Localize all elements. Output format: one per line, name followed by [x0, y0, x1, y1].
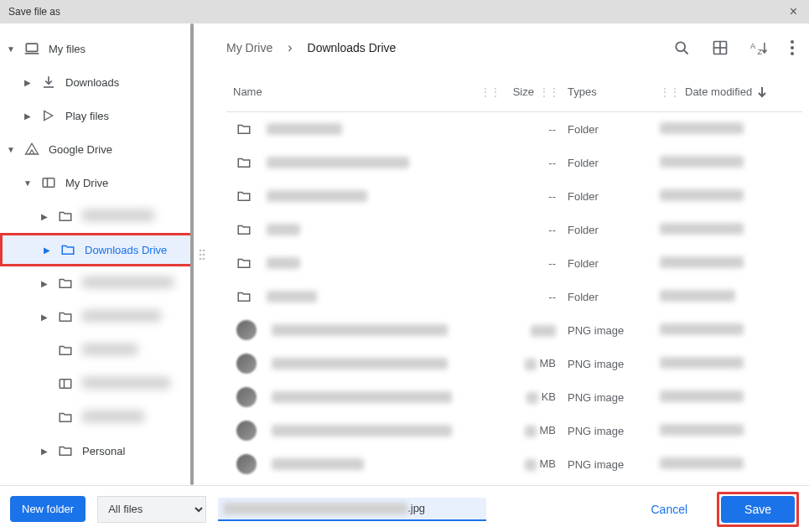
expander-icon[interactable]: ▼ [23, 178, 32, 188]
sort-az-icon[interactable]: AZ [750, 39, 769, 56]
image-thumb-icon [236, 421, 257, 441]
sidebar-scrollbar[interactable] [190, 23, 194, 485]
file-size-cell: MB [509, 457, 568, 471]
file-name-cell [226, 189, 509, 204]
file-type-cell: Folder [568, 291, 660, 303]
sidebar-item-play-files[interactable]: ▶Play files [0, 99, 194, 132]
file-type-cell: Folder [568, 224, 660, 236]
expander-icon[interactable]: ▶ [40, 312, 49, 322]
sidebar-item-label: Play files [65, 110, 109, 122]
sidebar-item-downloads-drive[interactable]: ▶Downloads Drive [0, 233, 194, 266]
folder-icon [60, 241, 76, 258]
file-name-cell [226, 387, 509, 407]
table-row[interactable]: --Folder [226, 112, 802, 146]
download-icon [40, 74, 57, 90]
table-row[interactable]: MBPNG image [226, 347, 802, 380]
more-icon[interactable] [791, 40, 794, 55]
new-folder-button[interactable]: New folder [10, 496, 86, 522]
column-headers: Name ⋮⋮ Size ⋮⋮ Types ⋮⋮ Date modified [226, 72, 802, 112]
expander-icon[interactable]: ▼ [7, 44, 15, 54]
expander-icon[interactable]: ▶ [23, 78, 32, 87]
expander-icon[interactable]: ▶ [40, 447, 49, 456]
sidebar-item-redacted[interactable] [0, 400, 194, 434]
file-name-blurred [272, 458, 364, 470]
pane-drag-handle[interactable] [194, 23, 210, 485]
sidebar-item-my-files[interactable]: ▼My files [0, 32, 194, 65]
header-date-label: Date modified [685, 85, 752, 98]
sidebar-item-personal[interactable]: ▶Personal [0, 434, 194, 467]
cancel-button[interactable]: Cancel [633, 495, 705, 524]
table-row[interactable]: --Folder [226, 179, 802, 213]
sidebar-item-redacted[interactable] [0, 333, 194, 367]
sidebar-item-label [82, 310, 161, 324]
folder-icon [57, 308, 74, 325]
sidebar-item-label: My Drive [65, 177, 108, 189]
sidebar-item-redacted[interactable]: ▶ [0, 266, 194, 300]
expander-icon[interactable]: ▶ [40, 212, 49, 221]
filetype-select[interactable]: All files [97, 496, 206, 523]
file-name-cell [226, 320, 509, 340]
header-size[interactable]: Size ⋮⋮ [509, 85, 568, 98]
header-name[interactable]: Name ⋮⋮ [226, 85, 509, 98]
table-row[interactable]: --Folder [226, 280, 802, 313]
expander-icon[interactable]: ▶ [40, 279, 49, 288]
save-button[interactable]: Save [721, 496, 795, 523]
sidebar-item-label: Downloads [65, 76, 119, 89]
file-date-cell [660, 156, 802, 170]
column-resize-handle[interactable]: ⋮⋮ [539, 86, 559, 98]
panel-icon [40, 174, 57, 191]
table-row[interactable]: PNG image [226, 313, 802, 347]
table-row[interactable]: MBPNG image [226, 447, 802, 481]
folder-icon [236, 121, 252, 137]
file-type-cell: PNG image [568, 324, 660, 337]
file-type-cell: Folder [568, 123, 660, 136]
search-icon[interactable] [673, 39, 690, 56]
file-date-cell [660, 390, 802, 405]
file-name-cell [226, 454, 509, 474]
table-row[interactable]: --Folder [226, 213, 802, 246]
file-date-cell [660, 122, 802, 137]
file-name-blurred [267, 291, 317, 302]
sidebar-item-my-drive[interactable]: ▼My Drive [0, 166, 194, 199]
grid-view-icon[interactable] [712, 39, 729, 56]
column-resize-handle[interactable]: ⋮⋮ [660, 86, 680, 98]
breadcrumb-root[interactable]: My Drive [226, 41, 272, 54]
table-row[interactable]: KBPNG image [226, 380, 802, 414]
title-bar: Save file as × [0, 0, 809, 23]
sidebar-item-downloads[interactable]: ▶Downloads [0, 65, 194, 99]
sidebar-item-redacted[interactable] [0, 367, 194, 400]
folder-icon [236, 155, 252, 170]
sidebar-item-google-drive[interactable]: ▼Google Drive [0, 132, 194, 166]
sidebar-item-redacted[interactable]: ▶ [0, 199, 194, 233]
file-name-blurred [272, 358, 448, 369]
svg-line-7 [29, 150, 32, 154]
header-date[interactable]: ⋮⋮ Date modified [660, 85, 802, 98]
folder-icon [236, 256, 252, 271]
svg-point-15 [200, 253, 202, 256]
file-list[interactable]: --Folder--Folder--Folder--Folder--Folder… [226, 112, 802, 485]
column-resize-handle[interactable]: ⋮⋮ [480, 86, 500, 98]
expander-icon[interactable]: ▶ [23, 111, 32, 121]
table-row[interactable]: --Folder [226, 146, 802, 179]
file-type-cell: PNG image [568, 425, 660, 437]
breadcrumb-row: My Drive › Downloads Drive AZ [226, 23, 802, 72]
sidebar: ▼My files▶Downloads▶Play files▼Google Dr… [0, 23, 194, 485]
table-row[interactable]: --Folder [226, 246, 802, 280]
svg-text:Z: Z [757, 47, 762, 55]
folder-icon [57, 342, 74, 359]
expander-icon[interactable]: ▶ [43, 245, 51, 255]
filename-field[interactable]: .jpg [218, 498, 486, 521]
svg-rect-11 [60, 380, 71, 389]
file-type-cell: Folder [568, 157, 660, 169]
svg-point-16 [203, 253, 205, 256]
footer: New folder All files .jpg Cancel Save [0, 485, 809, 532]
save-highlight: Save [717, 492, 799, 527]
sidebar-item-label [82, 343, 137, 358]
close-icon[interactable]: × [786, 4, 801, 19]
header-types[interactable]: Types [568, 85, 660, 98]
file-name-blurred [267, 157, 409, 168]
header-size-label: Size [513, 85, 534, 98]
sidebar-item-redacted[interactable]: ▶ [0, 300, 194, 333]
table-row[interactable]: MBPNG image [226, 414, 802, 447]
expander-icon[interactable]: ▼ [7, 145, 15, 154]
